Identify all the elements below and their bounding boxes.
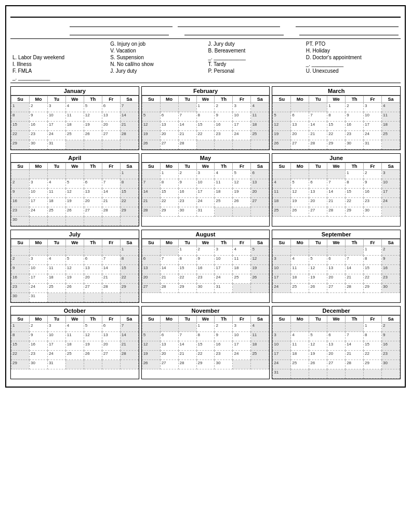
cal-cell[interactable] [309, 246, 327, 256]
cal-cell[interactable] [65, 217, 84, 226]
cal-cell[interactable] [142, 170, 160, 179]
cal-cell[interactable]: 12 [84, 112, 102, 122]
cal-cell[interactable]: 2 [29, 323, 47, 332]
cal-cell[interactable]: 6 [327, 332, 346, 341]
cal-cell[interactable]: 22 [120, 198, 138, 207]
cal-cell[interactable]: 25 [47, 207, 65, 217]
cal-cell[interactable]: 19 [291, 198, 309, 207]
cal-cell[interactable]: 10 [29, 265, 47, 274]
cal-cell[interactable]: 7 [327, 179, 346, 189]
cal-cell[interactable]: 18 [251, 341, 269, 351]
cal-cell[interactable]: 23 [364, 198, 382, 207]
cal-cell[interactable]: 15 [120, 189, 138, 198]
cal-cell[interactable]: 29 [178, 284, 196, 293]
cal-cell[interactable]: 21 [102, 274, 120, 284]
cal-cell[interactable]: 13 [102, 332, 120, 341]
cal-cell[interactable] [291, 323, 309, 332]
cal-cell[interactable] [382, 207, 400, 217]
cal-cell[interactable]: 12 [309, 265, 327, 274]
cal-cell[interactable]: 10 [47, 332, 65, 341]
cal-cell[interactable] [65, 360, 84, 369]
cal-cell[interactable]: 18 [251, 122, 269, 131]
cal-cell[interactable] [273, 170, 291, 179]
cal-cell[interactable]: 9 [196, 256, 215, 265]
cal-cell[interactable] [47, 293, 65, 302]
cal-cell[interactable]: 14 [346, 265, 364, 274]
cal-cell[interactable]: 17 [29, 198, 47, 207]
cal-cell[interactable]: 19 [65, 198, 84, 207]
cal-cell[interactable]: 25 [273, 207, 291, 217]
cal-cell[interactable]: 9 [29, 112, 47, 122]
cal-cell[interactable]: 20 [84, 274, 102, 284]
cal-cell[interactable]: 5 [251, 246, 269, 256]
cal-cell[interactable] [233, 360, 251, 369]
cal-cell[interactable] [29, 170, 47, 179]
cal-cell[interactable]: 16 [215, 122, 233, 131]
cal-cell[interactable]: 15 [120, 265, 138, 274]
cal-cell[interactable]: 10 [273, 265, 291, 274]
cal-cell[interactable]: 11 [251, 332, 269, 341]
cal-cell[interactable]: 25 [382, 131, 400, 140]
cal-cell[interactable]: 1 [346, 170, 364, 179]
cal-cell[interactable] [346, 323, 364, 332]
cal-cell[interactable] [178, 103, 196, 112]
cal-cell[interactable]: 2 [382, 246, 400, 256]
cal-cell[interactable] [196, 140, 215, 150]
cal-cell[interactable]: 11 [291, 265, 309, 274]
cal-cell[interactable]: 7 [102, 256, 120, 265]
cal-cell[interactable]: 17 [273, 274, 291, 284]
cal-cell[interactable]: 11 [273, 189, 291, 198]
cal-cell[interactable]: 26 [291, 207, 309, 217]
cal-cell[interactable]: 6 [160, 332, 178, 341]
cal-cell[interactable]: 1 [327, 103, 346, 112]
cal-cell[interactable]: 27 [291, 140, 309, 150]
cal-cell[interactable]: 17 [382, 189, 400, 198]
cal-cell[interactable]: 14 [120, 112, 138, 122]
cal-cell[interactable]: 21 [178, 351, 196, 360]
cal-cell[interactable] [309, 323, 327, 332]
cal-cell[interactable]: 7 [120, 103, 138, 112]
cal-cell[interactable]: 22 [196, 351, 215, 360]
cal-cell[interactable]: 26 [273, 140, 291, 150]
cal-cell[interactable]: 24 [233, 131, 251, 140]
cal-cell[interactable]: 4 [382, 103, 400, 112]
cal-cell[interactable]: 23 [29, 131, 47, 140]
cal-cell[interactable]: 27 [102, 351, 120, 360]
cal-cell[interactable]: 23 [11, 207, 30, 217]
cal-cell[interactable]: 2 [364, 170, 382, 179]
cal-cell[interactable] [102, 293, 120, 302]
cal-cell[interactable] [309, 170, 327, 179]
cal-cell[interactable]: 30 [364, 207, 382, 217]
cal-cell[interactable]: 5 [84, 323, 102, 332]
cal-cell[interactable]: 8 [178, 256, 196, 265]
cal-cell[interactable]: 6 [291, 112, 309, 122]
cal-cell[interactable] [142, 246, 160, 256]
cal-cell[interactable]: 16 [29, 341, 47, 351]
cal-cell[interactable]: 19 [65, 274, 84, 284]
cal-cell[interactable]: 8 [11, 332, 30, 341]
cal-cell[interactable]: 22 [346, 198, 364, 207]
cal-cell[interactable]: 17 [47, 122, 65, 131]
cal-cell[interactable]: 24 [215, 274, 233, 284]
cal-cell[interactable]: 4 [47, 179, 65, 189]
cal-cell[interactable] [273, 103, 291, 112]
cal-cell[interactable] [65, 140, 84, 150]
cal-cell[interactable]: 20 [309, 198, 327, 207]
cal-cell[interactable]: 9 [364, 179, 382, 189]
cal-cell[interactable] [84, 246, 102, 256]
cal-cell[interactable]: 8 [120, 256, 138, 265]
cal-cell[interactable] [291, 103, 309, 112]
cal-cell[interactable]: 12 [65, 189, 84, 198]
cal-cell[interactable]: 23 [29, 351, 47, 360]
cal-cell[interactable]: 14 [178, 122, 196, 131]
cal-cell[interactable] [120, 293, 138, 302]
cal-cell[interactable]: 30 [11, 293, 30, 302]
cal-cell[interactable]: 18 [47, 198, 65, 207]
cal-cell[interactable]: 20 [102, 122, 120, 131]
cal-cell[interactable]: 16 [11, 198, 30, 207]
cal-cell[interactable]: 5 [309, 256, 327, 265]
cal-cell[interactable] [120, 140, 138, 150]
cal-cell[interactable]: 22 [11, 351, 30, 360]
cal-cell[interactable] [160, 103, 178, 112]
cal-cell[interactable]: 18 [233, 265, 251, 274]
